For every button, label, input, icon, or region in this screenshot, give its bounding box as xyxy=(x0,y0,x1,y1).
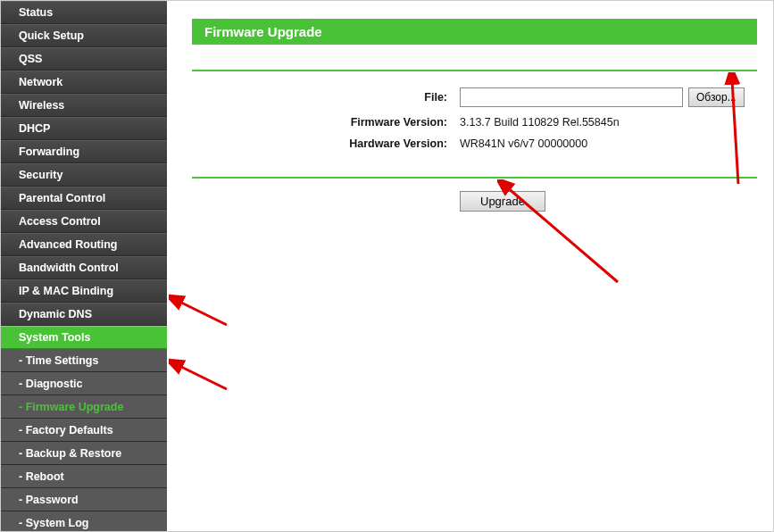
sidebar-item-bandwidth-control[interactable]: Bandwidth Control xyxy=(1,256,167,279)
hardware-version-value: WR841N v6/v7 00000000 xyxy=(460,137,587,150)
sidebar-item-dynamic-dns[interactable]: Dynamic DNS xyxy=(1,303,167,326)
sidebar-item-security[interactable]: Security xyxy=(1,163,167,187)
sidebar-item-forwarding[interactable]: Forwarding xyxy=(1,140,167,163)
sidebar-item-ip-mac-binding[interactable]: IP & MAC Binding xyxy=(1,279,167,303)
sidebar-item-time-settings[interactable]: - Time Settings xyxy=(1,349,167,372)
upgrade-button[interactable]: Upgrade xyxy=(460,191,545,212)
page-title: Firmware Upgrade xyxy=(192,19,757,45)
sidebar: Status Quick Setup QSS Network Wireless … xyxy=(1,1,167,531)
svg-line-0 xyxy=(178,301,227,325)
annotation-arrow-icon xyxy=(169,294,231,329)
sidebar-item-parental-control[interactable]: Parental Control xyxy=(1,187,167,210)
sidebar-item-wireless[interactable]: Wireless xyxy=(1,94,167,117)
sidebar-item-reboot[interactable]: - Reboot xyxy=(1,465,167,488)
sidebar-item-quick-setup[interactable]: Quick Setup xyxy=(1,24,167,47)
browse-button[interactable]: Обзор... xyxy=(688,87,745,107)
file-input[interactable] xyxy=(460,87,683,107)
firmware-form: File: Обзор... Firmware Version: 3.13.7 … xyxy=(192,70,757,179)
sidebar-item-dhcp[interactable]: DHCP xyxy=(1,117,167,140)
sidebar-item-factory-defaults[interactable]: - Factory Defaults xyxy=(1,419,167,442)
sidebar-item-status[interactable]: Status xyxy=(1,1,167,24)
sidebar-item-qss[interactable]: QSS xyxy=(1,47,167,71)
sidebar-item-access-control[interactable]: Access Control xyxy=(1,210,167,233)
content-pane: Firmware Upgrade File: Обзор... Firmware… xyxy=(167,1,773,531)
firmware-version-label: Firmware Version: xyxy=(192,116,460,129)
file-label: File: xyxy=(192,91,460,104)
sidebar-item-system-tools[interactable]: System Tools xyxy=(1,326,167,349)
sidebar-item-network[interactable]: Network xyxy=(1,71,167,94)
sidebar-item-firmware-upgrade[interactable]: - Firmware Upgrade xyxy=(1,395,167,419)
svg-line-1 xyxy=(178,365,227,389)
hardware-version-label: Hardware Version: xyxy=(192,137,460,150)
sidebar-item-advanced-routing[interactable]: Advanced Routing xyxy=(1,233,167,256)
annotation-arrow-icon xyxy=(169,358,231,394)
firmware-version-value: 3.13.7 Build 110829 Rel.55845n xyxy=(460,116,620,129)
sidebar-item-diagnostic[interactable]: - Diagnostic xyxy=(1,372,167,395)
sidebar-item-password[interactable]: - Password xyxy=(1,488,167,511)
sidebar-item-system-log[interactable]: - System Log xyxy=(1,511,167,532)
sidebar-item-backup-restore[interactable]: - Backup & Restore xyxy=(1,442,167,465)
